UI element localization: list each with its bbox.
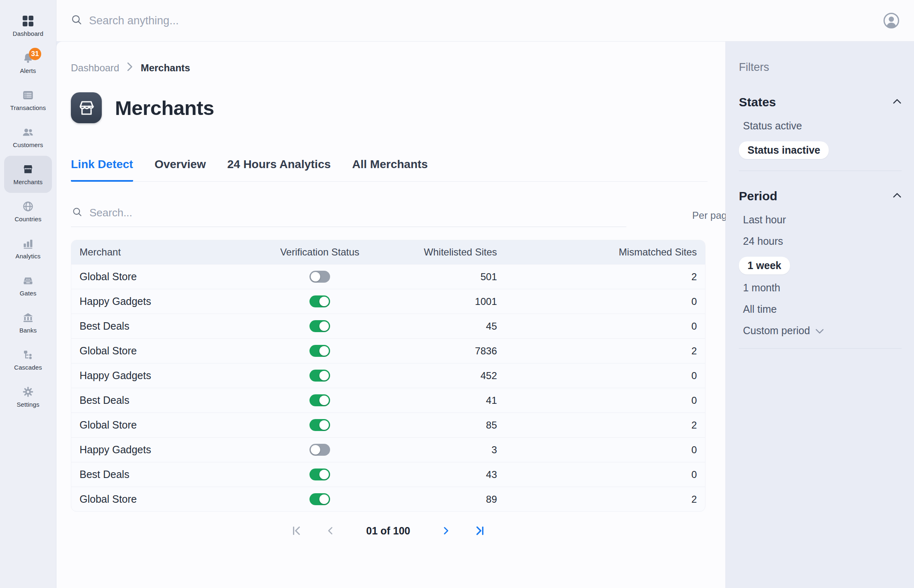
toggle-knob [319, 494, 329, 504]
toggle-knob [319, 470, 329, 479]
verification-toggle[interactable] [309, 370, 330, 382]
table-row: Global Store 7836 2 [71, 338, 705, 363]
verification-toggle[interactable] [309, 469, 330, 480]
whitelisted-count: 89 [401, 494, 497, 505]
toggle-knob [319, 321, 329, 331]
verification-toggle[interactable] [309, 394, 330, 406]
sidebar-item-banks[interactable]: Banks [4, 304, 52, 341]
table-row: Happy Gadgets 452 0 [71, 363, 705, 388]
verification-toggle[interactable] [309, 320, 330, 332]
filter-section-states-header[interactable]: States [739, 95, 902, 109]
toggle-knob [319, 297, 329, 306]
topbar [56, 0, 914, 42]
mismatched-count: 2 [497, 345, 697, 357]
filter-section-period-header[interactable]: Period [739, 189, 902, 203]
filter-option-all-time[interactable]: All time [743, 303, 777, 315]
table-row: Best Deals 43 0 [71, 462, 705, 487]
merchant-name: Happy Gadgets [80, 295, 239, 307]
breadcrumb-current: Merchants [141, 62, 190, 74]
table-row: Global Store 501 2 [71, 264, 705, 289]
column-header-verification-status: Verification Status [239, 246, 401, 258]
alerts-count-badge: 31 [29, 48, 41, 60]
mismatched-count: 2 [497, 494, 697, 505]
tab-all-merchants[interactable]: All Merchants [352, 158, 428, 182]
cash-register-icon [22, 274, 34, 287]
sidebar-item-label: Dashboard [13, 30, 43, 37]
tab-link-detect[interactable]: Link Detect [71, 158, 133, 182]
chevron-up-icon [893, 98, 902, 106]
bank-icon [22, 312, 34, 324]
states-section-title: States [739, 95, 776, 109]
merchant-name: Global Store [80, 493, 239, 505]
table-search-input[interactable] [89, 206, 626, 219]
mismatched-count: 0 [497, 296, 697, 307]
verification-toggle[interactable] [309, 419, 330, 431]
main-content: Dashboard Merchants Merchants Link Detec… [56, 42, 725, 588]
filter-option-1-week[interactable]: 1 week [739, 257, 790, 274]
verification-toggle[interactable] [309, 493, 330, 505]
pagination-prev-button[interactable] [323, 523, 338, 538]
table-row: Global Store 85 2 [71, 412, 705, 437]
toggle-knob [311, 272, 320, 281]
sidebar-item-transactions[interactable]: Transactions [4, 82, 52, 119]
toggle-knob [319, 420, 329, 430]
mismatched-count: 0 [497, 444, 697, 456]
sidebar-item-gates[interactable]: Gates [4, 267, 52, 304]
verification-toggle[interactable] [309, 444, 330, 456]
verification-toggle[interactable] [309, 345, 330, 357]
filter-option-last-hour[interactable]: Last hour [743, 214, 786, 226]
whitelisted-count: 7836 [401, 345, 497, 357]
table-toolbar: Per page 25 [71, 206, 762, 227]
sidebar-item-customers[interactable]: Customers [4, 119, 52, 156]
sidebar-item-dashboard[interactable]: Dashboard [4, 7, 52, 45]
tab-24-hours-analytics[interactable]: 24 Hours Analytics [227, 158, 330, 182]
chevron-right-icon [127, 62, 133, 74]
table-row: Best Deals 41 0 [71, 388, 705, 412]
sidebar-item-label: Analytics [16, 253, 41, 260]
filter-option-custom-period[interactable]: Custom period [743, 325, 824, 337]
toggle-knob [319, 346, 329, 356]
verification-toggle[interactable] [309, 295, 330, 307]
mismatched-count: 2 [497, 419, 697, 431]
sidebar-item-merchants[interactable]: Merchants [4, 156, 52, 193]
page-header: Merchants [71, 92, 725, 123]
custom-period-label: Custom period [743, 325, 810, 337]
sidebar-item-label: Banks [19, 327, 37, 334]
pagination-first-button[interactable] [289, 523, 304, 538]
global-search-input[interactable] [89, 14, 460, 27]
merchant-name: Best Deals [80, 469, 239, 480]
pagination-last-button[interactable] [472, 523, 487, 538]
breadcrumb: Dashboard Merchants [71, 62, 725, 74]
sidebar-item-settings[interactable]: Settings [4, 378, 52, 415]
sidebar-item-label: Countries [14, 216, 41, 223]
search-icon [72, 206, 83, 219]
pagination: 01 of 100 [71, 523, 705, 538]
storefront-icon [22, 163, 34, 176]
filter-option-status-inactive[interactable]: Status inactive [739, 141, 829, 159]
mismatched-count: 0 [497, 469, 697, 480]
cascade-tree-icon [22, 349, 34, 361]
breadcrumb-dashboard-link[interactable]: Dashboard [71, 62, 119, 74]
whitelisted-count: 1001 [401, 296, 497, 307]
sidebar-item-label: Transactions [10, 104, 46, 111]
mismatched-count: 0 [497, 370, 697, 382]
filter-divider [739, 348, 902, 349]
verification-toggle[interactable] [309, 271, 330, 283]
sidebar-item-alerts[interactable]: 31 Alerts [4, 45, 52, 82]
sidebar-item-countries[interactable]: Countries [4, 193, 52, 230]
bar-chart-icon [22, 237, 34, 250]
user-avatar-button[interactable] [883, 12, 900, 29]
customers-icon [22, 126, 34, 138]
sidebar-item-analytics[interactable]: Analytics [4, 230, 52, 267]
tab-overview[interactable]: Overview [155, 158, 206, 182]
sidebar-item-cascades[interactable]: Cascades [4, 341, 52, 378]
filter-option-24-hours[interactable]: 24 hours [743, 235, 783, 247]
filter-option-status-active[interactable]: Status active [743, 120, 802, 132]
dashboard-icon [22, 15, 34, 27]
merchant-name: Happy Gadgets [80, 370, 239, 382]
pagination-next-button[interactable] [438, 523, 453, 538]
merchants-page-icon [71, 92, 102, 123]
filter-divider [739, 171, 902, 171]
filter-option-1-month[interactable]: 1 month [743, 282, 780, 294]
gear-icon [22, 386, 34, 398]
